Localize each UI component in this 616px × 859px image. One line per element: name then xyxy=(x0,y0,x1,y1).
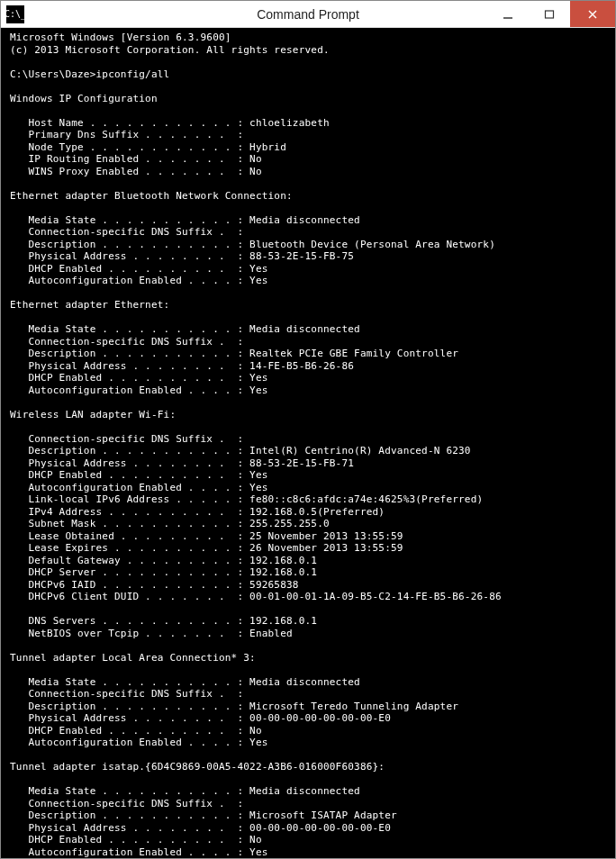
titlebar[interactable]: C:\_ Command Prompt xyxy=(1,1,615,28)
window-controls xyxy=(487,1,615,27)
minimize-icon xyxy=(503,9,513,20)
terminal-output[interactable]: Microsoft Windows [Version 6.3.9600] (c)… xyxy=(1,28,615,858)
svg-rect-1 xyxy=(546,11,554,18)
app-icon: C:\_ xyxy=(6,5,24,23)
app-icon-text: C:\_ xyxy=(5,10,26,19)
maximize-button[interactable] xyxy=(529,1,570,27)
minimize-button[interactable] xyxy=(487,1,529,27)
close-button[interactable] xyxy=(570,1,615,27)
close-icon xyxy=(587,9,598,20)
command-prompt-window: C:\_ Command Prompt Microsoft Windows [V… xyxy=(0,0,616,859)
maximize-icon xyxy=(544,9,555,20)
